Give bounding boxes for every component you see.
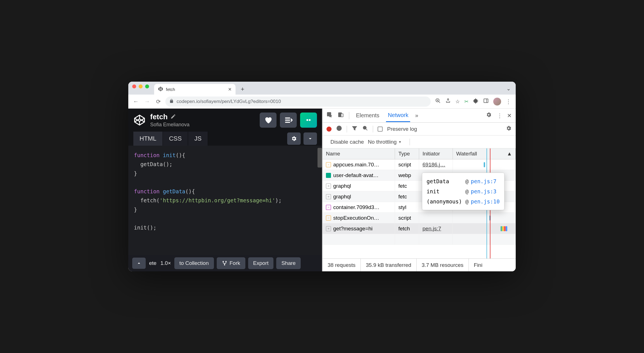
network-toolbar-2: Disable cache No throttling ▼ — [323, 136, 516, 148]
forward-button[interactable]: → — [143, 98, 151, 105]
file-type-icon: ○ — [326, 226, 331, 231]
header-initiator[interactable]: Initiator — [419, 148, 453, 159]
request-name: user-default-avat… — [333, 172, 379, 178]
devtools-menu-button[interactable]: ⋮ — [497, 112, 502, 119]
zoom-level: 1.0× — [160, 260, 172, 266]
tabs-overflow-button[interactable]: ⌄ — [506, 86, 511, 92]
request-type: fetc — [395, 181, 419, 191]
tab-css[interactable]: CSS — [163, 132, 188, 146]
tab-network[interactable]: Network — [386, 109, 410, 122]
extensions-icon[interactable] — [473, 98, 479, 105]
code-token: } — [134, 170, 137, 176]
request-initiator[interactable]: pen.js:7 — [423, 226, 441, 232]
code-token: 'https://httpbin.org/get?message=hi' — [160, 197, 275, 203]
device-mode-icon[interactable] — [338, 112, 344, 119]
status-transferred: 35.9 kB transferred — [361, 259, 417, 271]
fork-button[interactable]: Fork — [217, 257, 245, 269]
stack-frame-link[interactable]: pen.js:10 — [471, 196, 500, 207]
throttling-select[interactable]: No throttling ▼ — [368, 139, 401, 145]
status-finish: Fini — [469, 259, 488, 271]
url-text: codepen.io/sofiayem/pen/LYdGvLg?editors=… — [177, 99, 281, 104]
maximize-window-button[interactable] — [145, 84, 149, 88]
codepen-header: fetch Sofia Emelianova •• — [128, 109, 322, 132]
export-button[interactable]: Export — [248, 257, 274, 269]
file-type-icon: ○ — [326, 216, 331, 221]
search-icon[interactable] — [362, 125, 368, 133]
request-type: script — [395, 213, 419, 223]
code-token: init — [163, 152, 176, 158]
new-tab-button[interactable]: + — [238, 85, 247, 93]
network-settings-icon[interactable] — [506, 125, 512, 133]
reload-button[interactable]: ⟳ — [154, 98, 163, 105]
add-to-collection-button[interactable]: to Collection — [174, 257, 214, 269]
like-button[interactable] — [260, 113, 277, 128]
edit-title-icon[interactable] — [170, 113, 176, 121]
back-button[interactable]: ← — [132, 98, 140, 105]
file-type-icon — [326, 173, 331, 178]
editor-tabbar: HTML CSS JS — [128, 132, 322, 146]
svg-line-15 — [366, 129, 367, 130]
user-avatar[interactable]: •• — [300, 113, 317, 128]
share-icon[interactable] — [445, 98, 451, 105]
tab-elements[interactable]: Elements — [354, 109, 381, 122]
code-token: init(); — [134, 224, 156, 231]
file-type-icon: ○ — [326, 205, 331, 210]
svg-point-6 — [222, 261, 223, 262]
table-row[interactable]: ○stopExecutionOn…script — [323, 213, 516, 223]
view-mode-button[interactable] — [280, 113, 297, 128]
stack-frame-link[interactable]: pen.js:7 — [471, 176, 497, 186]
devtools-settings-icon[interactable] — [486, 112, 492, 119]
browser-window: fetch ✕ + ⌄ ← → ⟳ codepen.io/sofiayem/pe… — [128, 82, 516, 271]
header-type[interactable]: Type — [395, 148, 419, 159]
close-devtools-button[interactable]: ✕ — [507, 112, 512, 119]
header-name[interactable]: Name — [323, 148, 395, 159]
more-tabs-button[interactable]: » — [415, 112, 418, 119]
inspect-element-icon[interactable] — [326, 112, 333, 119]
svg-rect-4 — [484, 99, 488, 102]
tab-js[interactable]: JS — [188, 132, 208, 146]
preserve-log-checkbox[interactable] — [378, 127, 383, 132]
svg-rect-11 — [341, 114, 343, 117]
bookmark-star-icon[interactable]: ☆ — [455, 98, 460, 105]
console-toggle-button[interactable] — [132, 258, 146, 269]
svg-line-1 — [439, 102, 440, 103]
zoom-icon[interactable] — [435, 98, 441, 105]
close-window-button[interactable] — [132, 84, 136, 88]
browser-tab[interactable]: fetch ✕ — [154, 84, 236, 95]
file-type-icon: ○ — [326, 194, 331, 199]
editor-collapse-button[interactable] — [303, 132, 317, 145]
scissors-icon[interactable]: ✂ — [464, 98, 469, 105]
close-tab-button[interactable]: ✕ — [228, 87, 232, 92]
stack-frame-link[interactable]: pen.js:3 — [471, 186, 497, 196]
request-type: webp — [395, 170, 419, 180]
record-button[interactable] — [326, 127, 332, 132]
waterfall-cell — [453, 159, 516, 170]
codepen-footer: ete 1.0× to Collection Fork Export Share — [128, 255, 322, 271]
fork-label: Fork — [230, 260, 240, 266]
code-editor[interactable]: function init(){ getData(); } function g… — [128, 146, 322, 255]
share-button[interactable]: Share — [276, 257, 301, 269]
side-panel-icon[interactable] — [483, 98, 489, 105]
header-waterfall[interactable]: Waterfall▲ — [453, 148, 516, 159]
editor-settings-button[interactable] — [287, 132, 301, 145]
stack-frame-name: getData — [427, 176, 463, 186]
request-type: fetch — [395, 223, 419, 234]
filter-icon[interactable] — [351, 125, 358, 133]
stack-frame-name: (anonymous) — [427, 196, 463, 207]
table-row[interactable]: ○get?message=hifetchpen.js:7 — [323, 223, 516, 234]
minimize-window-button[interactable] — [139, 84, 143, 88]
code-token: function — [134, 152, 163, 158]
profile-avatar[interactable] — [493, 98, 501, 106]
table-row[interactable]: ○appcues.main.70…script69186.j… — [323, 159, 516, 170]
file-type-icon: ○ — [326, 184, 331, 189]
clear-button[interactable] — [336, 125, 342, 133]
editor-scrollbar[interactable] — [318, 148, 322, 168]
browser-menu-button[interactable]: ⋮ — [506, 98, 511, 105]
table-header: Name Type Initiator Waterfall▲ — [323, 148, 516, 159]
address-bar[interactable]: codepen.io/sofiayem/pen/LYdGvLg?editors=… — [165, 97, 431, 107]
tab-html[interactable]: HTML — [133, 132, 163, 146]
request-initiator[interactable]: 69186.j… — [423, 162, 445, 168]
code-token: getData(); — [134, 161, 172, 167]
request-name: graphql — [333, 194, 351, 200]
pen-title: fetch — [150, 113, 168, 121]
